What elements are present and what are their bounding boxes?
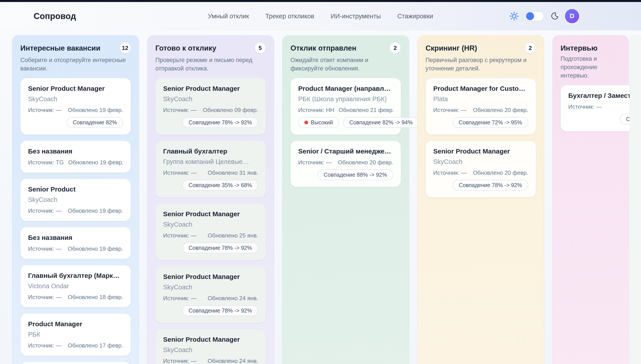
card-updated: Обновлено 24 янв.	[208, 358, 258, 364]
priority-dot-icon	[304, 120, 308, 124]
match-badge: Совпадение 88% -> 92%	[317, 170, 393, 180]
column-cards: Senior Product ManagerSkyCoachИсточник: …	[155, 78, 266, 364]
card-company: SkyCoach	[163, 96, 258, 103]
column-title: Скрининг (HR)	[425, 42, 477, 52]
card-company: Victoria Ondar	[28, 282, 123, 290]
card-badges-row: Совпадение 82%	[28, 117, 123, 128]
card-updated: Обновлено 19 февр.	[68, 246, 123, 252]
vacancy-card[interactable]: Senior / Старший менеджер по …Источник: …	[290, 141, 401, 187]
board-column: Готово к отклику5Проверьте резюме и пись…	[147, 35, 274, 364]
card-source: Источник: —	[163, 295, 197, 302]
card-badges-row: Совпадение 78% -> 92%	[433, 180, 528, 190]
column-title: Интересные вакансии	[20, 42, 100, 52]
column-count-badge: 2	[389, 42, 401, 54]
vacancy-card[interactable]: Senior Product ManagerSkyCoachИсточник: …	[155, 266, 266, 323]
match-badge: Совпадение 78% -> 92%	[182, 117, 258, 128]
card-updated: Обновлено 20 февр.	[473, 170, 528, 176]
card-updated: Обновлено 09 февр.	[203, 107, 258, 114]
match-badge: Совпадение 78% -> 92%	[452, 180, 528, 190]
card-source: Источник: —	[163, 232, 197, 239]
column-count-badge: 2	[524, 42, 536, 54]
moon-icon	[550, 12, 559, 21]
card-company: Plata	[433, 96, 528, 103]
vacancy-card[interactable]: Product Manager (направление …РБК (Школа…	[290, 78, 401, 135]
card-updated: Обновлено 20 февр.	[338, 159, 393, 166]
match-badge: Совпадение 82% -> 94%	[343, 117, 419, 128]
card-meta-row: Источник: TGОбновлено 19 февр.	[28, 159, 123, 166]
card-title: Senior Product Manager	[163, 85, 258, 92]
card-title: Senior Product Manager	[163, 273, 258, 280]
priority-label: Высокий	[311, 119, 333, 126]
vacancy-card[interactable]: Senior Product ManagerSkyCoachИсточник: …	[20, 78, 131, 135]
card-updated: Обновлено 19 февр.	[68, 208, 123, 214]
card-badges-row: ВысокийСовпадение 82% -> 94%	[298, 117, 393, 128]
match-badge: Совпадение 78% -> 92%	[182, 242, 258, 253]
card-meta-row: Источник: —Обновлено 19 февр.	[28, 246, 123, 252]
column-header: Готово к отклику5	[155, 42, 266, 54]
sun-icon	[509, 11, 519, 21]
card-badges-row: Совпадение 88% -> 92%	[298, 170, 393, 180]
card-updated: Обновлено 21 февр.	[339, 107, 394, 114]
vacancy-card[interactable]: Senior Product ManagerSkyCoachИсточник: …	[155, 78, 266, 135]
card-meta-row: Источник: —Обновлено 19 февр.	[28, 107, 123, 114]
board-column: Скрининг (HR)2Первичный разговор с рекру…	[417, 35, 544, 364]
card-title: Product Manager for Customer C…	[433, 85, 528, 92]
card-updated: Обновлено 31 янв.	[208, 170, 258, 176]
vacancy-card[interactable]: Senior ProductSkyCoachИсточник: —Обновле…	[20, 179, 131, 221]
nav-item-1[interactable]: Умный отклик	[208, 12, 249, 20]
vacancy-card[interactable]: Senior Product ManagerSkyCoachИсточник: …	[425, 141, 536, 198]
vacancy-card[interactable]: Главный бухгалтерГруппа компаний Целевые…	[155, 141, 266, 198]
card-title: Без названия	[28, 234, 123, 242]
card-company: РБК (Школа управления РБК)	[298, 96, 393, 103]
card-meta-row: Источник: —Обновлено 24 янв.	[163, 295, 258, 302]
vacancy-card[interactable]	[20, 362, 131, 364]
card-badges-row: Совпадение 78% -> 92%	[163, 305, 258, 316]
card-company: SkyCoach	[433, 158, 528, 166]
card-source: Источник: —	[298, 159, 332, 166]
vacancy-card[interactable]: Без названияИсточник: —Обновлено 19 февр…	[20, 227, 131, 259]
vacancy-card[interactable]: Product Manager for Customer C…PlataИсто…	[425, 78, 536, 135]
card-source: Источник: —	[568, 103, 602, 110]
vacancy-card[interactable]: Без названияИсточник: TGОбновлено 19 фев…	[20, 141, 131, 173]
card-source: Источник: —	[28, 107, 62, 114]
card-badges-row: Совпадение 35% -> 68%	[163, 180, 258, 190]
next-column-peek	[629, 35, 641, 364]
user-avatar[interactable]: D	[565, 9, 579, 23]
theme-toggle[interactable]	[525, 11, 544, 21]
nav-item-3[interactable]: ИИ-инструменты	[331, 12, 381, 20]
card-updated: Обновлено 25 янв.	[208, 232, 258, 239]
card-meta-row: Источник: —Обновлено 25 янв.	[163, 232, 258, 239]
nav-item-4[interactable]: Стажировки	[397, 12, 433, 20]
card-source: Источник: —	[163, 358, 197, 364]
card-source: Источник: —	[28, 246, 62, 252]
card-source: Источник: —	[433, 170, 467, 176]
card-meta-row: Источник: —Обновлено 31 янв.	[163, 170, 258, 176]
card-title: Senior / Старший менеджер по …	[298, 148, 393, 155]
theme-toggle-knob	[526, 12, 534, 20]
vacancy-card[interactable]: Senior Product ManagerSkyCoachИсточник: …	[155, 329, 266, 364]
match-badge: Совпадение 35% -> 68%	[182, 180, 258, 190]
card-company: Группа компаний Целевые…	[163, 158, 258, 166]
card-source: Источник: —	[28, 342, 62, 349]
vacancy-card[interactable]: Бухгалтер / ЗаместитИсточник: —Обновлено…	[560, 85, 641, 132]
card-meta-row: Источник: —Обновлено 18 февр.	[28, 294, 123, 300]
card-source: Источник: —	[28, 208, 62, 214]
vacancy-card[interactable]: Главный бухгалтер (Маркетпле…Victoria On…	[20, 265, 131, 308]
column-cards: Product Manager for Customer C…PlataИсто…	[425, 78, 536, 198]
priority-badge: Высокий	[298, 117, 339, 128]
card-badges-row: Совпадение 72% -> 95%	[433, 117, 528, 128]
column-header: Интересные вакансии12	[20, 42, 131, 54]
header-controls: D	[509, 9, 579, 23]
card-source: Источник: HH	[298, 107, 334, 114]
board-column: Интересные вакансии12Соберите и отсортир…	[12, 35, 139, 364]
vacancy-card[interactable]: Senior Product ManagerSkyCoachИсточник: …	[155, 204, 266, 260]
column-description: Первичный разговор с рекрутером и уточне…	[425, 56, 536, 73]
column-cards: Product Manager (направление …РБК (Школа…	[290, 78, 401, 187]
board-column: Отклик отправлен2Ожидайте ответ компании…	[282, 35, 409, 364]
column-header: Отклик отправлен2	[290, 42, 401, 54]
nav-item-2[interactable]: Трекер откликов	[265, 12, 314, 20]
card-updated: Обновлено 20 февр.	[473, 107, 528, 114]
app-logo[interactable]: Сопровод	[34, 11, 76, 21]
kanban-board: Интересные вакансии12Соберите и отсортир…	[12, 35, 629, 364]
vacancy-card[interactable]: Product ManagerРБКИсточник: —Обновлено 1…	[20, 314, 131, 356]
